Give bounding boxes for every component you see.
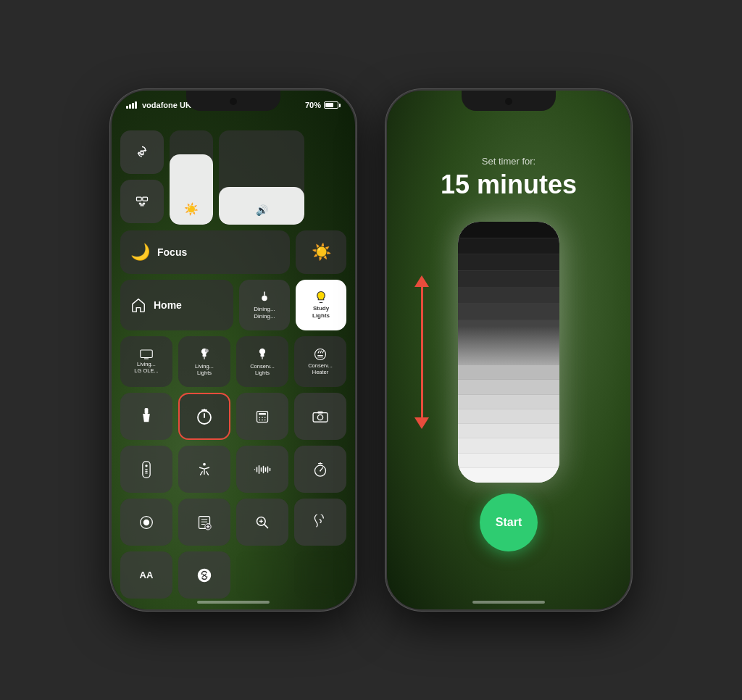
svg-point-56 bbox=[143, 519, 149, 525]
hearing-button[interactable] bbox=[294, 499, 346, 546]
svg-point-30 bbox=[259, 419, 260, 420]
arrow-down-icon bbox=[414, 417, 429, 429]
phone1-screen: vodafone UK VPN 70% bbox=[112, 91, 355, 609]
phone2-screen: Set timer for: 15 minutes bbox=[387, 91, 630, 609]
start-button[interactable]: Start bbox=[480, 493, 538, 551]
svg-point-41 bbox=[203, 462, 206, 465]
power-button-2[interactable] bbox=[630, 192, 632, 243]
svg-point-10 bbox=[320, 294, 323, 298]
timer-header: Set timer for: 15 minutes bbox=[441, 156, 577, 200]
svg-rect-35 bbox=[317, 411, 322, 413]
brightness-icon: ☀️ bbox=[184, 202, 199, 216]
svg-rect-11 bbox=[141, 350, 153, 358]
signal-icon bbox=[126, 101, 137, 109]
living-lights-label: Living...Lights bbox=[195, 363, 214, 376]
sun-icon: ☀️ bbox=[312, 243, 331, 262]
vpn-badge: VPN bbox=[207, 101, 227, 109]
volume-icon: 🔊 bbox=[256, 204, 268, 216]
living-lights-button[interactable]: i Living...Lights bbox=[178, 336, 230, 387]
volume-slider[interactable]: 🔊 bbox=[219, 130, 304, 225]
study-lights-button[interactable]: StudyLights bbox=[296, 280, 346, 330]
svg-line-54 bbox=[320, 467, 322, 470]
carrier-text: vodafone UK bbox=[142, 101, 191, 109]
calculator-button[interactable] bbox=[236, 393, 288, 440]
notes-button[interactable] bbox=[178, 499, 230, 546]
brightness-button[interactable]: ☀️ bbox=[296, 230, 346, 274]
timer-slider[interactable] bbox=[458, 222, 559, 483]
focus-label: Focus bbox=[157, 246, 187, 258]
shazam-button[interactable] bbox=[178, 551, 230, 599]
arrow-up-icon bbox=[414, 275, 429, 287]
brightness-slider[interactable]: ☀️ bbox=[170, 130, 213, 225]
sound-analysis-button[interactable] bbox=[236, 446, 288, 493]
svg-point-19 bbox=[315, 349, 326, 360]
power-button[interactable] bbox=[355, 192, 357, 243]
lock-rotation-icon bbox=[135, 145, 149, 159]
start-label: Start bbox=[496, 516, 522, 529]
pendant-icon bbox=[258, 291, 271, 304]
home-indicator[interactable] bbox=[197, 601, 270, 604]
timer-icon bbox=[196, 408, 213, 425]
svg-rect-2 bbox=[137, 197, 142, 201]
dining-lights-button[interactable]: Dining...Dining... bbox=[239, 280, 290, 330]
empty-slot-2 bbox=[294, 551, 346, 599]
row-extras bbox=[120, 446, 346, 493]
accessibility-button[interactable] bbox=[178, 446, 230, 493]
moon-icon: 🌙 bbox=[130, 243, 150, 262]
svg-rect-20 bbox=[145, 408, 149, 414]
shazam-icon bbox=[196, 567, 212, 583]
svg-line-65 bbox=[264, 524, 268, 528]
focus-button[interactable]: 🌙 Focus bbox=[120, 230, 290, 274]
control-center-grid: ☀️ 🔊 🌙 Focus ☀️ bbox=[120, 130, 346, 588]
home-indicator-2[interactable] bbox=[472, 601, 545, 604]
home-icon bbox=[130, 297, 146, 313]
camera-button[interactable] bbox=[294, 393, 346, 440]
svg-rect-40 bbox=[145, 472, 147, 473]
svg-rect-26 bbox=[259, 413, 266, 415]
bulb-sm-icon bbox=[257, 347, 268, 362]
row-home-tiles: Living...LG OLE... i Living...Lights bbox=[120, 336, 346, 387]
svg-point-28 bbox=[262, 417, 263, 418]
accessibility-icon bbox=[196, 462, 212, 478]
remote-button[interactable] bbox=[120, 446, 172, 493]
front-camera-2 bbox=[505, 98, 512, 105]
wifi-icon bbox=[194, 101, 204, 109]
control-center-bg: vodafone UK VPN 70% bbox=[112, 91, 355, 609]
magnifier-button[interactable] bbox=[236, 499, 288, 546]
record-icon bbox=[139, 515, 154, 530]
screen-record-button[interactable] bbox=[120, 499, 172, 546]
camera-icon bbox=[312, 410, 328, 423]
stopwatch-button[interactable] bbox=[294, 446, 346, 493]
text-size-button[interactable]: AA bbox=[120, 551, 172, 599]
phone-control-center: vodafone UK VPN 70% bbox=[110, 89, 357, 611]
svg-point-29 bbox=[264, 417, 266, 418]
screen-mirror-button[interactable] bbox=[120, 180, 164, 223]
svg-point-37 bbox=[145, 464, 147, 467]
timer-button[interactable] bbox=[178, 393, 230, 440]
conserv-heater-label: Conserv...Heater bbox=[308, 362, 333, 375]
torch-button[interactable] bbox=[120, 393, 172, 440]
phone-timer: Set timer for: 15 minutes bbox=[385, 89, 632, 611]
mirror-icon bbox=[135, 194, 149, 209]
remote-icon bbox=[141, 461, 151, 478]
arrow-line bbox=[421, 287, 423, 417]
living-tv-button[interactable]: Living...LG OLE... bbox=[120, 336, 172, 387]
lock-rotation-button[interactable] bbox=[120, 130, 164, 174]
timer-subtitle: Set timer for: bbox=[441, 156, 577, 167]
battery-icon bbox=[324, 101, 341, 109]
svg-rect-13 bbox=[203, 354, 207, 357]
row-bottom: AA bbox=[120, 551, 346, 599]
front-camera bbox=[230, 98, 237, 105]
conserv-lights-button[interactable]: Conserv...Lights bbox=[236, 336, 288, 387]
svg-point-1 bbox=[141, 152, 143, 154]
svg-point-32 bbox=[264, 419, 266, 420]
conserv-heater-button[interactable]: Conserv...Heater bbox=[294, 336, 346, 387]
home-button[interactable]: Home bbox=[120, 280, 233, 330]
soundwave-icon bbox=[254, 464, 271, 475]
timer-slider-container[interactable] bbox=[458, 222, 559, 483]
svg-rect-17 bbox=[261, 354, 264, 357]
stopwatch-icon bbox=[313, 462, 328, 478]
torch-icon bbox=[140, 408, 153, 425]
magnifier-icon bbox=[255, 515, 270, 530]
svg-point-27 bbox=[259, 417, 260, 418]
